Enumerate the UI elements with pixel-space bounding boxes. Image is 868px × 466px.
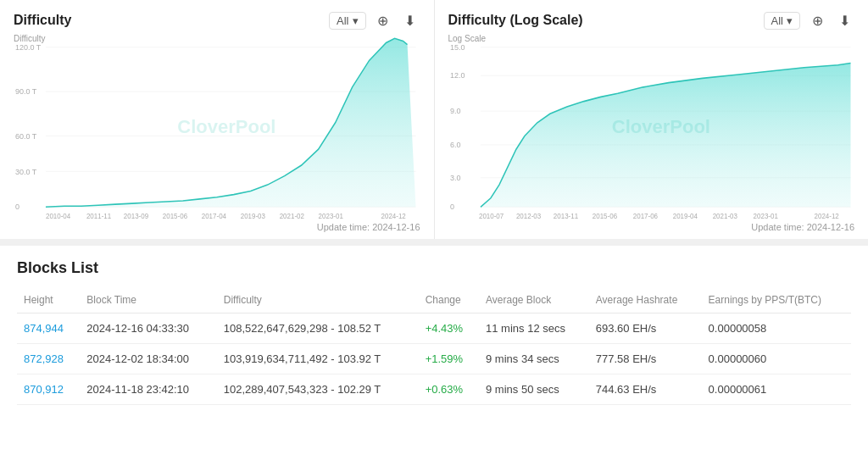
cell-height[interactable]: 874,944	[17, 313, 80, 344]
svg-text:2024-12: 2024-12	[381, 213, 407, 220]
cell-avg-hashrate: 744.63 EH/s	[589, 374, 702, 405]
svg-text:2010-04: 2010-04	[46, 213, 71, 220]
difficulty-log-chart-panel: Difficulty (Log Scale) All ▾ ⊕ ⬇ Log Sca…	[435, 0, 869, 239]
difficulty-chart-area: Difficulty CloverPool 120.0 T 90.0 T 60.…	[14, 34, 420, 220]
cell-earnings: 0.00000058	[702, 313, 851, 344]
cell-earnings: 0.00000061	[702, 374, 851, 405]
cell-block-time: 2024-11-18 23:42:10	[80, 374, 216, 405]
svg-text:30.0 T: 30.0 T	[15, 167, 37, 175]
svg-text:3.0: 3.0	[449, 174, 459, 182]
svg-text:15.0: 15.0	[449, 43, 464, 52]
update-time-2: Update time: 2024-12-16	[448, 222, 855, 232]
blocks-table: Height Block Time Difficulty Change Aver…	[17, 291, 851, 405]
chevron-icon-1: ▾	[353, 14, 359, 27]
table-body: 874,9442024-12-16 04:33:30108,522,647,62…	[17, 313, 851, 405]
y-label-1: Difficulty	[14, 34, 46, 43]
zoom-in-button-2[interactable]: ⊕	[807, 10, 827, 31]
range-select-2[interactable]: All ▾	[764, 12, 800, 30]
col-earnings: Earnings by PPS/T(BTC)	[702, 291, 851, 313]
svg-text:2015-06: 2015-06	[163, 213, 188, 220]
chart-header-1: Difficulty All ▾ ⊕ ⬇	[14, 10, 420, 31]
svg-text:90.0 T: 90.0 T	[15, 87, 37, 96]
cell-avg-block: 9 mins 50 secs	[479, 374, 589, 405]
chevron-icon-2: ▾	[787, 14, 793, 27]
svg-text:120.0 T: 120.0 T	[15, 43, 42, 52]
svg-text:2021-03: 2021-03	[712, 213, 737, 220]
cell-height[interactable]: 870,912	[17, 374, 80, 405]
svg-text:2012-03: 2012-03	[515, 213, 541, 220]
svg-text:2011-11: 2011-11	[86, 213, 112, 220]
chart-controls-2: All ▾ ⊕ ⬇	[764, 10, 854, 31]
svg-text:2010-07: 2010-07	[478, 213, 504, 220]
cell-avg-block: 9 mins 34 secs	[479, 344, 589, 374]
cell-difficulty: 108,522,647,629,298 - 108.52 T	[217, 313, 419, 344]
svg-text:60.0 T: 60.0 T	[15, 131, 37, 140]
col-difficulty: Difficulty	[217, 291, 419, 313]
zoom-in-button-1[interactable]: ⊕	[373, 10, 393, 31]
chart-title-2: Difficulty (Log Scale)	[448, 13, 583, 28]
cell-difficulty: 103,919,634,711,492 - 103.92 T	[217, 344, 419, 374]
svg-text:2013-09: 2013-09	[124, 213, 149, 220]
col-avg-hashrate: Average Hashrate	[589, 291, 702, 313]
cell-difficulty: 102,289,407,543,323 - 102.29 T	[217, 374, 419, 405]
chart-title-1: Difficulty	[14, 13, 71, 28]
blocks-list-title: Blocks List	[17, 259, 851, 277]
svg-text:2015-06: 2015-06	[592, 213, 617, 220]
svg-text:2017-06: 2017-06	[632, 213, 658, 220]
svg-text:12.0: 12.0	[449, 71, 464, 80]
table-row: 870,9122024-11-18 23:42:10102,289,407,54…	[17, 374, 851, 405]
difficulty-log-chart-area: Log Scale CloverPool 15.0 12.0 9.0 6.0 3…	[448, 34, 855, 220]
svg-text:9.0: 9.0	[449, 107, 459, 115]
chart-header-2: Difficulty (Log Scale) All ▾ ⊕ ⬇	[448, 10, 855, 31]
col-block-time: Block Time	[80, 291, 216, 313]
svg-text:2017-04: 2017-04	[202, 213, 227, 220]
table-header-row: Height Block Time Difficulty Change Aver…	[17, 291, 851, 313]
svg-text:2019-04: 2019-04	[672, 213, 698, 220]
table-header: Height Block Time Difficulty Change Aver…	[17, 291, 851, 313]
table-row: 872,9282024-12-02 18:34:00103,919,634,71…	[17, 344, 851, 374]
download-button-1[interactable]: ⬇	[400, 10, 420, 31]
cell-avg-block: 11 mins 12 secs	[479, 313, 589, 344]
cell-block-time: 2024-12-02 18:34:00	[80, 344, 216, 374]
download-button-2[interactable]: ⬇	[834, 10, 854, 31]
blocks-list-section: Blocks List Height Block Time Difficulty…	[0, 246, 868, 419]
svg-text:0: 0	[15, 202, 19, 211]
col-avg-block: Average Block	[479, 291, 589, 313]
svg-text:2023-01: 2023-01	[319, 213, 344, 220]
cell-block-time: 2024-12-16 04:33:30	[80, 313, 216, 344]
y-label-2: Log Scale	[448, 34, 486, 43]
cell-change: +4.43%	[419, 313, 479, 344]
svg-text:0: 0	[449, 202, 453, 211]
cell-change: +0.63%	[419, 374, 479, 405]
cell-earnings: 0.00000060	[702, 344, 851, 374]
svg-text:6.0: 6.0	[449, 141, 459, 149]
cell-height[interactable]: 872,928	[17, 344, 80, 374]
difficulty-chart-panel: Difficulty All ▾ ⊕ ⬇ Difficulty CloverPo…	[0, 0, 435, 239]
update-time-1: Update time: 2024-12-16	[14, 222, 420, 232]
col-height: Height	[17, 291, 80, 313]
svg-text:2023-01: 2023-01	[753, 213, 778, 220]
cell-avg-hashrate: 693.60 EH/s	[589, 313, 702, 344]
cell-change: +1.59%	[419, 344, 479, 374]
difficulty-svg: 120.0 T 90.0 T 60.0 T 30.0 T 0	[14, 34, 420, 220]
svg-text:2019-03: 2019-03	[241, 213, 266, 220]
svg-text:2013-11: 2013-11	[553, 213, 578, 220]
cell-avg-hashrate: 777.58 EH/s	[589, 344, 702, 374]
charts-section: Difficulty All ▾ ⊕ ⬇ Difficulty CloverPo…	[0, 0, 868, 246]
range-select-1[interactable]: All ▾	[329, 12, 365, 30]
col-change: Change	[419, 291, 479, 313]
chart-controls-1: All ▾ ⊕ ⬇	[329, 10, 420, 31]
svg-text:2024-12: 2024-12	[814, 213, 839, 220]
svg-text:2021-02: 2021-02	[280, 213, 305, 220]
table-row: 874,9442024-12-16 04:33:30108,522,647,62…	[17, 313, 851, 344]
log-difficulty-svg: 15.0 12.0 9.0 6.0 3.0 0 2010-07 2012-03	[448, 34, 855, 220]
